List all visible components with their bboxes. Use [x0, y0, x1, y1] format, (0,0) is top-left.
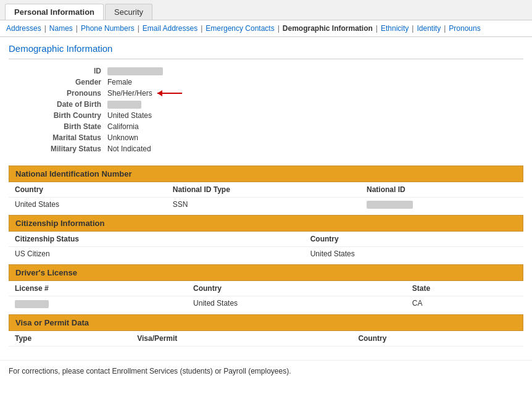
drivers-license-header: Driver's License [9, 264, 523, 281]
national-id-header: National Identification Number [9, 166, 523, 182]
col-license-state: State [406, 281, 523, 296]
id-blurred [107, 67, 163, 75]
national-id-section: National Identification Number Country N… [9, 166, 523, 211]
nav-ethnicity[interactable]: Ethnicity [381, 24, 409, 33]
nav-links: Addresses | Names | Phone Numbers | Emai… [0, 20, 532, 37]
nav-emergency-contacts[interactable]: Emergency Contacts [206, 24, 274, 33]
citizenship-table: Citizenship Status Country US Citizen Un… [9, 232, 523, 261]
col-visa-type: Type [9, 331, 131, 346]
value-id [107, 67, 163, 75]
field-row-marital-status: Marital Status Unknown [21, 133, 523, 142]
table-row: United States SSN [9, 198, 523, 212]
col-national-id-type: National ID Type [167, 182, 360, 198]
license-country: United States [187, 296, 406, 311]
tabs-bar: Personal Information Security [0, 0, 532, 20]
label-military-status: Military Status [21, 145, 107, 153]
nav-sep-2: | [76, 24, 78, 33]
pronouns-text: She/Her/Hers [107, 89, 152, 98]
label-pronouns: Pronouns [21, 89, 107, 98]
col-license-num: License # [9, 281, 187, 296]
nav-sep-7: | [412, 24, 414, 33]
col-visa-country: Country [352, 331, 523, 346]
divider [9, 59, 523, 59]
field-row-birth-country: Birth Country United States [21, 111, 523, 120]
label-gender: Gender [21, 78, 107, 86]
table-row: US Citizen United States [9, 247, 523, 261]
visa-section: Visa or Permit Data Type Visa/Permit Cou… [9, 314, 523, 346]
national-id-type: SSN [167, 198, 360, 212]
col-visa-permit: Visa/Permit [131, 331, 352, 346]
col-citizenship-status: Citizenship Status [9, 232, 304, 247]
license-num [9, 296, 187, 311]
nav-sep-3: | [138, 24, 139, 33]
national-id-value [360, 198, 523, 212]
national-id-blurred [367, 201, 413, 209]
nav-sep-5: | [278, 24, 280, 33]
value-military-status: Not Indicated [107, 145, 151, 153]
national-id-country: United States [9, 198, 167, 212]
nav-sep-8: | [444, 24, 446, 33]
label-marital-status: Marital Status [21, 133, 107, 142]
citizenship-header: Citizenship Information [9, 215, 523, 232]
col-national-id: National ID [360, 182, 523, 198]
col-license-country: Country [187, 281, 406, 296]
nav-pronouns[interactable]: Pronouns [449, 24, 480, 33]
citizenship-status: US Citizen [9, 247, 304, 261]
tab-personal-information[interactable]: Personal Information [5, 4, 104, 20]
label-birth-country: Birth Country [21, 111, 107, 120]
nav-identity[interactable]: Identity [417, 24, 441, 33]
value-dob [107, 100, 141, 109]
nav-demographic-information[interactable]: Demographic Information [283, 24, 373, 33]
visa-table: Type Visa/Permit Country [9, 331, 523, 346]
label-dob: Date of Birth [21, 100, 107, 109]
field-row-birth-state: Birth State California [21, 122, 523, 131]
nav-names[interactable]: Names [49, 24, 73, 33]
value-birth-state: California [107, 122, 139, 131]
field-row-pronouns: Pronouns She/Her/Hers [21, 89, 523, 98]
demographic-fields: ID Gender Female Pronouns She/Her/Hers D… [21, 67, 523, 153]
nav-phone-numbers[interactable]: Phone Numbers [81, 24, 135, 33]
value-marital-status: Unknown [107, 133, 138, 142]
label-birth-state: Birth State [21, 122, 107, 131]
section-title: Demographic Information [9, 43, 523, 54]
nav-sep-6: | [376, 24, 378, 33]
citizenship-country: United States [304, 247, 523, 261]
drivers-license-section: Driver's License License # Country State… [9, 264, 523, 310]
citizenship-section: Citizenship Information Citizenship Stat… [9, 215, 523, 261]
nav-sep-1: | [44, 24, 46, 33]
field-row-dob: Date of Birth [21, 100, 523, 109]
footer-note: For corrections, please contact Enrollme… [0, 360, 532, 382]
tab-security[interactable]: Security [105, 4, 152, 20]
field-row-id: ID [21, 67, 523, 75]
license-state: CA [406, 296, 523, 311]
visa-header: Visa or Permit Data [9, 314, 523, 331]
drivers-license-table: License # Country State United States CA [9, 281, 523, 310]
nav-sep-4: | [201, 24, 202, 33]
national-id-table: Country National ID Type National ID Uni… [9, 182, 523, 211]
value-gender: Female [107, 78, 132, 86]
table-row: United States CA [9, 296, 523, 311]
arrow-annotation [157, 89, 194, 98]
main-content: Demographic Information ID Gender Female… [0, 37, 532, 354]
license-blurred [15, 300, 49, 308]
label-id: ID [21, 67, 107, 75]
col-country: Country [9, 182, 167, 198]
dob-blurred [107, 101, 141, 109]
nav-addresses[interactable]: Addresses [6, 24, 41, 33]
field-row-military-status: Military Status Not Indicated [21, 145, 523, 153]
nav-email-addresses[interactable]: Email Addresses [143, 24, 197, 33]
value-birth-country: United States [107, 111, 152, 120]
value-pronouns: She/Her/Hers [107, 89, 194, 98]
field-row-gender: Gender Female [21, 78, 523, 86]
col-citizenship-country: Country [304, 232, 523, 247]
